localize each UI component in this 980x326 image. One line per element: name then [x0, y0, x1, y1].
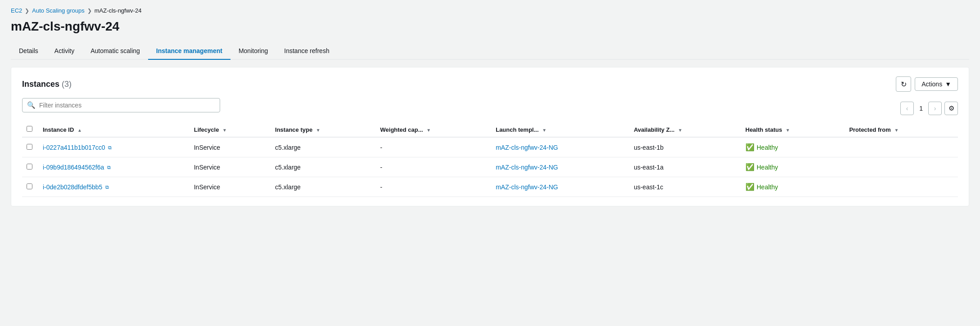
cell-health-status: ✅ Healthy	[741, 157, 845, 177]
refresh-button[interactable]: ↻	[896, 76, 911, 92]
cell-weighted-cap: -	[376, 137, 492, 157]
cell-health-status: ✅ Healthy	[741, 177, 845, 197]
breadcrumb-asg[interactable]: Auto Scaling groups	[32, 7, 84, 14]
cell-health-status: ✅ Healthy	[741, 137, 845, 157]
tab-automatic-scaling[interactable]: Automatic scaling	[82, 43, 148, 60]
tab-instance-refresh[interactable]: Instance refresh	[276, 43, 337, 60]
sort-desc-icon-lifecycle: ▼	[222, 128, 227, 133]
row-checkbox-cell	[22, 157, 38, 177]
sort-desc-icon-protected: ▼	[894, 128, 899, 133]
cell-instance-id: i-09b9d186494562f6a ⧉	[38, 157, 190, 177]
cell-instance-type: c5.xlarge	[271, 157, 375, 177]
row-checkbox-2[interactable]	[27, 183, 32, 189]
table-row: i-0de2b028dfdef5bb5 ⧉ InService c5.xlarg…	[22, 177, 958, 197]
pagination-page-number: 1	[917, 105, 926, 112]
chevron-down-icon: ▼	[945, 80, 951, 88]
select-all-checkbox[interactable]	[27, 126, 32, 132]
pagination-settings-button[interactable]: ⚙	[944, 102, 958, 115]
refresh-icon: ↻	[901, 80, 907, 89]
tab-instance-management[interactable]: Instance management	[148, 43, 230, 60]
cell-protected-from	[845, 177, 958, 197]
health-check-icon: ✅	[745, 183, 754, 191]
tab-details[interactable]: Details	[11, 43, 46, 60]
col-health-status[interactable]: Health status ▼	[741, 122, 845, 137]
select-all-col	[22, 122, 38, 137]
cell-weighted-cap: -	[376, 157, 492, 177]
row-checkbox-0[interactable]	[27, 144, 32, 150]
col-launch-templ[interactable]: Launch templ... ▼	[491, 122, 629, 137]
cell-lifecycle: InService	[190, 157, 271, 177]
tabs-bar: Details Activity Automatic scaling Insta…	[11, 43, 969, 60]
row-checkbox-1[interactable]	[27, 164, 32, 170]
cell-instance-type: c5.xlarge	[271, 177, 375, 197]
actions-button[interactable]: Actions ▼	[915, 77, 958, 91]
health-healthy-badge: ✅ Healthy	[745, 163, 840, 171]
sort-desc-icon-weightedcap: ▼	[426, 128, 431, 133]
instance-id-link[interactable]: i-09b9d186494562f6a	[43, 164, 104, 171]
table-row: i-0227a411b1b017cc0 ⧉ InService c5.xlarg…	[22, 137, 958, 157]
cell-availability-zone: us-east-1b	[629, 137, 741, 157]
col-protected-from[interactable]: Protected from ▼	[845, 122, 958, 137]
search-pagination-row: 🔍 ‹ 1 › ⚙	[22, 98, 958, 119]
launch-template-link[interactable]: mAZ-cls-ngfwv-24-NG	[496, 183, 558, 191]
cell-launch-template: mAZ-cls-ngfwv-24-NG	[491, 137, 629, 157]
actions-label: Actions	[921, 80, 942, 88]
cell-weighted-cap: -	[376, 177, 492, 197]
instance-id-link[interactable]: i-0de2b028dfdef5bb5	[43, 183, 102, 191]
health-healthy-badge: ✅ Healthy	[745, 183, 840, 191]
health-healthy-badge: ✅ Healthy	[745, 143, 840, 152]
cell-lifecycle: InService	[190, 137, 271, 157]
cell-launch-template: mAZ-cls-ngfwv-24-NG	[491, 177, 629, 197]
cell-instance-id: i-0de2b028dfdef5bb5 ⧉	[38, 177, 190, 197]
panel-header: Instances (3) ↻ Actions ▼	[22, 76, 958, 92]
panel-title: Instances (3)	[22, 80, 72, 89]
instance-id-link[interactable]: i-0227a411b1b017cc0	[43, 144, 105, 151]
health-check-icon: ✅	[745, 143, 754, 152]
search-input[interactable]	[39, 102, 215, 109]
search-bar[interactable]: 🔍	[22, 98, 220, 112]
pagination-prev-button[interactable]: ‹	[900, 102, 914, 115]
row-checkbox-cell	[22, 137, 38, 157]
instances-panel: Instances (3) ↻ Actions ▼ 🔍 ‹	[11, 67, 969, 206]
header-actions: ↻ Actions ▼	[896, 76, 958, 92]
pagination-next-button[interactable]: ›	[928, 102, 942, 115]
tab-monitoring[interactable]: Monitoring	[230, 43, 276, 60]
sort-desc-icon-az: ▼	[678, 128, 682, 133]
launch-template-link[interactable]: mAZ-cls-ngfwv-24-NG	[496, 164, 558, 171]
cell-lifecycle: InService	[190, 177, 271, 197]
col-weighted-cap[interactable]: Weighted cap... ▼	[376, 122, 492, 137]
cell-instance-id: i-0227a411b1b017cc0 ⧉	[38, 137, 190, 157]
pagination-row: ‹ 1 › ⚙	[900, 102, 958, 115]
tab-activity[interactable]: Activity	[46, 43, 82, 60]
col-availability-z[interactable]: Availability Z... ▼	[629, 122, 741, 137]
breadcrumb: EC2 ❯ Auto Scaling groups ❯ mAZ-cls-ngfw…	[11, 7, 969, 14]
col-instance-type[interactable]: Instance type ▼	[271, 122, 375, 137]
instances-count: (3)	[62, 80, 72, 89]
external-link-icon: ⧉	[105, 184, 109, 190]
sort-desc-icon-launchtempl: ▼	[542, 128, 546, 133]
search-icon: 🔍	[27, 101, 36, 109]
breadcrumb-sep-1: ❯	[25, 8, 29, 14]
sort-desc-icon-instancetype: ▼	[316, 128, 321, 133]
cell-launch-template: mAZ-cls-ngfwv-24-NG	[491, 157, 629, 177]
instances-table: Instance ID ▲ Lifecycle ▼ Instance type …	[22, 122, 958, 197]
breadcrumb-current: mAZ-cls-ngfwv-24	[95, 7, 142, 14]
breadcrumb-ec2[interactable]: EC2	[11, 7, 22, 14]
cell-protected-from	[845, 137, 958, 157]
launch-template-link[interactable]: mAZ-cls-ngfwv-24-NG	[496, 144, 558, 151]
cell-availability-zone: us-east-1a	[629, 157, 741, 177]
panel-title-area: Instances (3)	[22, 80, 72, 89]
sort-desc-icon-health: ▼	[786, 128, 790, 133]
cell-instance-type: c5.xlarge	[271, 137, 375, 157]
cell-availability-zone: us-east-1c	[629, 177, 741, 197]
row-checkbox-cell	[22, 177, 38, 197]
page-title: mAZ-cls-ngfwv-24	[11, 19, 969, 34]
cell-protected-from	[845, 157, 958, 177]
table-row: i-09b9d186494562f6a ⧉ InService c5.xlarg…	[22, 157, 958, 177]
external-link-icon: ⧉	[107, 165, 111, 170]
external-link-icon: ⧉	[108, 145, 112, 151]
health-check-icon: ✅	[745, 163, 754, 171]
col-lifecycle[interactable]: Lifecycle ▼	[190, 122, 271, 137]
sort-asc-icon: ▲	[77, 128, 82, 133]
col-instance-id[interactable]: Instance ID ▲	[38, 122, 190, 137]
